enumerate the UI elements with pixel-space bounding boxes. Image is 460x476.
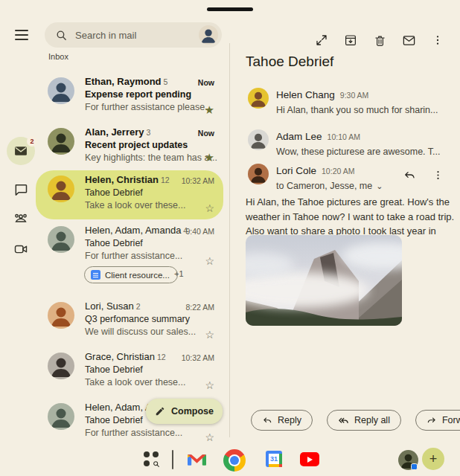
sender-names: Ethan, Raymond: [85, 76, 162, 87]
play-icon: [307, 457, 313, 463]
archive-icon: [344, 33, 357, 47]
forward-button[interactable]: Forward: [415, 410, 460, 431]
expand-button[interactable]: [314, 33, 329, 48]
sender-names: Alan, Jerrery: [85, 126, 144, 138]
conversation-row-grace[interactable]: Grace, Christian12 Tahoe Debrief Take a …: [36, 347, 223, 397]
attachment-chip[interactable]: Client resource...: [84, 266, 178, 283]
rail-item-spaces[interactable]: [7, 204, 35, 232]
envelope-icon: [402, 33, 416, 48]
app-launcher-button[interactable]: [144, 451, 160, 468]
groups-icon: [13, 210, 29, 226]
star-icon[interactable]: ★: [205, 152, 214, 163]
timestamp: Now: [198, 129, 214, 138]
avatar: [48, 176, 74, 202]
mail-icon: [13, 144, 28, 158]
avatar: [48, 403, 74, 430]
docs-file-icon: [91, 270, 100, 280]
delete-button[interactable]: [372, 33, 387, 48]
message-count: 5: [164, 77, 168, 86]
launcher-dot: [144, 460, 150, 466]
conversation-row-lori[interactable]: Lori, Susan2 Q3 perfomance summary We wi…: [36, 296, 223, 347]
calendar-yellow-edge: [269, 464, 279, 467]
message-count: 12: [161, 176, 170, 184]
recipients-caret-icon[interactable]: ⌄: [376, 181, 383, 190]
reply-icon: [262, 415, 272, 425]
message-count: 12: [157, 353, 166, 361]
message-time: 10:20 AM: [322, 167, 354, 176]
sender-names: Helen, Adam, Amanda: [85, 225, 181, 236]
account-avatar[interactable]: [199, 25, 218, 45]
open-in-full-icon: [315, 33, 328, 47]
forward-label: Forward: [442, 415, 460, 425]
message-count: 3: [147, 128, 151, 137]
attachment-label: Client resource...: [105, 271, 170, 280]
launcher-dot: [153, 451, 159, 457]
avatar: [48, 226, 74, 253]
message-more-button[interactable]: [432, 170, 444, 181]
compose-button[interactable]: Compose: [146, 399, 223, 424]
star-icon[interactable]: ☆: [205, 256, 214, 266]
more-options-button[interactable]: [430, 33, 445, 48]
reply-all-label: Reply all: [354, 415, 390, 425]
star-icon[interactable]: ☆: [205, 203, 214, 213]
search-input[interactable]: Search in mail: [45, 22, 222, 48]
message-helen-chang[interactable]: Helen Chang9:30 AM Hi Alan, thank you so…: [230, 82, 460, 122]
calendar-red-corner: [279, 464, 282, 467]
reply-all-button[interactable]: Reply all: [327, 410, 401, 431]
avatar: [248, 129, 269, 150]
thread-actions: Reply Reply all Forward: [251, 410, 460, 431]
message-time: 10:10 AM: [328, 132, 360, 141]
avatar: [248, 164, 269, 184]
sender-names: Lori, Susan: [85, 300, 134, 312]
subject: Expense report pending: [85, 89, 182, 100]
pencil-icon: [155, 406, 165, 416]
inbox-section-label: Inbox: [48, 52, 68, 61]
yosemite-photo-attachment[interactable]: [246, 235, 402, 326]
star-icon[interactable]: ☆: [205, 329, 214, 340]
star-icon[interactable]: ★: [205, 105, 214, 115]
message-sender: Lori Cole: [276, 165, 316, 176]
thread-title: Tahoe Debrief: [246, 54, 333, 70]
mark-unread-button[interactable]: [401, 33, 416, 48]
subject: Tahoe Debrief: [85, 187, 182, 198]
reply-button[interactable]: Reply: [251, 410, 313, 431]
message-sender: Adam Lee: [276, 131, 322, 142]
conversation-row-helen-adam-amanda[interactable]: Helen, Adam, Amanda4 Tahoe Debrief For f…: [36, 220, 223, 296]
timestamp: Now: [198, 78, 214, 87]
rail-item-mail[interactable]: 2: [7, 137, 35, 165]
youtube-app-icon[interactable]: [300, 452, 319, 466]
message-sender: Helen Chang: [276, 89, 335, 100]
reply-label: Reply: [278, 415, 301, 425]
yosemite-photo: [246, 235, 402, 326]
conversation-row-helen-selected[interactable]: Helen, Christian12 Tahoe Debrief Take a …: [36, 170, 223, 220]
conversation-row-alan[interactable]: Alan, Jerrery3 Recent project updates Ke…: [36, 122, 223, 170]
timestamp: 8:22 AM: [185, 303, 214, 312]
conversation-row-ethan[interactable]: Ethan, Raymond5 Expense report pending F…: [36, 71, 223, 122]
avatar: [48, 77, 74, 104]
attachment-extra-count: +1: [174, 269, 184, 278]
star-icon[interactable]: ☆: [205, 380, 214, 390]
calendar-app-icon[interactable]: 31: [266, 451, 282, 467]
reading-pane: Tahoe Debrief Helen Chang9:30 AM Hi Alan…: [230, 0, 460, 446]
taskbar-divider: [172, 450, 173, 469]
calendar-green-edge: [279, 454, 282, 464]
more-vert-icon: [432, 34, 444, 46]
menu-icon[interactable]: [15, 30, 28, 40]
reply-icon-button[interactable]: [403, 168, 416, 181]
new-window-plus-button[interactable]: +: [422, 448, 444, 470]
launcher-dot: [144, 451, 150, 457]
archive-button[interactable]: [343, 33, 358, 48]
gmail-app-icon[interactable]: [188, 453, 206, 467]
trash-icon: [374, 34, 386, 47]
rail-item-meet[interactable]: [7, 235, 35, 263]
avatar: [48, 353, 74, 379]
star-icon[interactable]: ☆: [205, 432, 214, 443]
message-snippet: Hi Alan, thank you so much for sharin...: [276, 105, 438, 115]
avatar-status-badge: [411, 463, 418, 470]
message-lori-cole[interactable]: Lori Cole10:20 AM to Cameron, Jesse, me⌄: [230, 158, 460, 198]
conversation-list-pane: Search in mail Inbox Ethan, Raymond5 Exp…: [36, 0, 226, 446]
timestamp: 10:32 AM: [182, 176, 214, 185]
rail-item-chat[interactable]: [7, 176, 35, 204]
avatar: [48, 302, 74, 329]
chrome-app-icon[interactable]: [223, 449, 246, 472]
